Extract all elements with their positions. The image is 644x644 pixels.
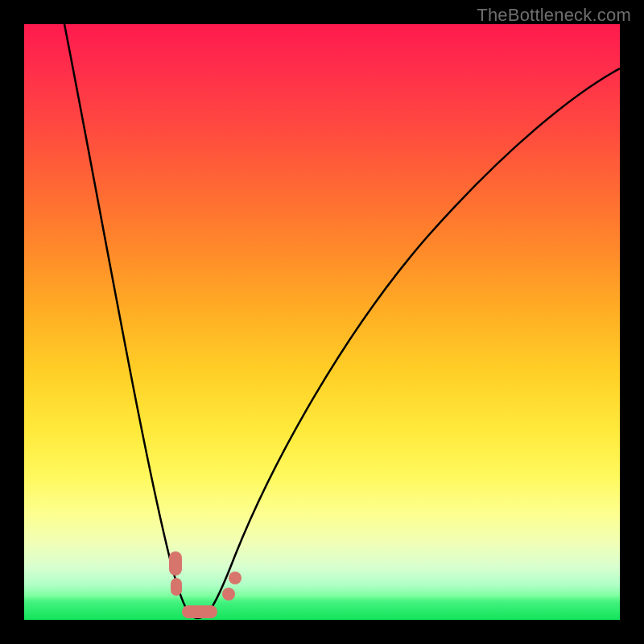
- chart-curve: [24, 24, 620, 620]
- watermark-text: TheBottleneck.com: [477, 5, 631, 26]
- chart-marker: [222, 588, 235, 601]
- chart-marker: [229, 572, 242, 584]
- chart-plot-area: [24, 24, 620, 620]
- chart-marker: [182, 605, 217, 618]
- chart-marker: [171, 578, 182, 596]
- bottleneck-curve-path: [64, 24, 620, 618]
- chart-marker: [169, 551, 182, 576]
